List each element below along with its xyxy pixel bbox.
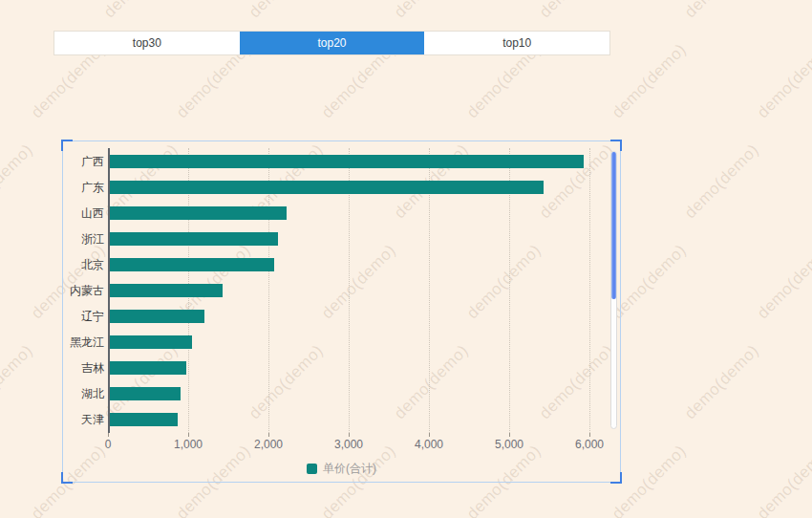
watermark-text: demo(demo) xyxy=(609,40,691,122)
selection-handle-bottom-right[interactable] xyxy=(610,472,622,484)
tab-bar: top30top20top10 xyxy=(53,31,610,55)
x-tick-label: 3,000 xyxy=(318,438,379,451)
watermark-text: demo(demo) xyxy=(681,140,763,223)
bar[interactable] xyxy=(110,258,274,271)
chart-widget[interactable]: 广西广东山西浙江北京内蒙古辽宁黑龙江吉林湖北天津 01,0002,0003,00… xyxy=(62,140,621,483)
watermark-text: demo(demo) xyxy=(536,0,618,22)
watermark-text: demo(demo) xyxy=(0,341,37,423)
category-label: 内蒙古 xyxy=(63,284,104,297)
selection-handle-top-right[interactable] xyxy=(610,140,622,151)
category-label: 广东 xyxy=(63,181,104,194)
watermark-text: demo(demo) xyxy=(100,0,182,22)
x-tick-label: 0 xyxy=(77,438,139,451)
watermark-text: demo(demo) xyxy=(246,0,328,22)
selection-handle-top-left[interactable] xyxy=(61,140,73,151)
category-label: 湖北 xyxy=(63,387,104,400)
category-label: 天津 xyxy=(63,413,104,426)
x-axis-tick xyxy=(429,433,430,437)
bar[interactable] xyxy=(110,310,204,323)
x-axis-tick xyxy=(188,433,189,437)
watermark-text: demo(demo) xyxy=(754,442,812,518)
x-tick-label: 4,000 xyxy=(398,438,459,451)
watermark-text: demo(demo) xyxy=(754,40,812,122)
x-axis-tick xyxy=(108,433,109,437)
x-tick-label: 2,000 xyxy=(238,438,299,451)
bar[interactable] xyxy=(110,155,584,168)
selection-handle-bottom-left[interactable] xyxy=(61,472,73,484)
category-label: 吉林 xyxy=(63,361,104,375)
watermark-text: demo(demo) xyxy=(754,241,812,323)
legend-item[interactable]: 单价(合计) xyxy=(63,461,620,477)
bar[interactable] xyxy=(110,232,278,246)
legend-label: 单价(合计) xyxy=(323,461,376,477)
category-label: 山西 xyxy=(63,206,104,220)
x-axis-tick xyxy=(268,433,269,437)
bar[interactable] xyxy=(110,181,544,194)
category-label: 辽宁 xyxy=(63,310,104,323)
x-axis-tick xyxy=(509,433,510,437)
category-label: 广西 xyxy=(63,155,104,168)
x-tick-label: 6,000 xyxy=(559,438,620,451)
watermark-text: demo(demo) xyxy=(391,0,473,22)
watermark-text: demo(demo) xyxy=(681,341,763,423)
bar[interactable] xyxy=(110,284,223,297)
chart-scrollbar-track[interactable] xyxy=(610,151,617,429)
bar[interactable] xyxy=(110,361,186,375)
x-tick-label: 1,000 xyxy=(158,438,219,451)
x-axis-tick xyxy=(589,433,590,437)
tab-top10[interactable]: top10 xyxy=(424,32,609,54)
bar[interactable] xyxy=(110,206,287,220)
legend-swatch-icon xyxy=(307,464,317,474)
watermark-text: demo(demo) xyxy=(0,140,37,223)
gridline xyxy=(589,148,590,433)
category-label: 北京 xyxy=(63,258,104,271)
tab-top20[interactable]: top20 xyxy=(240,32,425,54)
x-tick-label: 5,000 xyxy=(479,438,540,451)
bar[interactable] xyxy=(110,335,192,349)
bar[interactable] xyxy=(110,413,178,426)
chart-scrollbar-thumb[interactable] xyxy=(611,152,616,299)
category-label: 浙江 xyxy=(63,232,104,246)
category-label: 黑龙江 xyxy=(63,335,104,349)
bar[interactable] xyxy=(110,387,181,400)
tab-top30[interactable]: top30 xyxy=(54,32,240,54)
watermark-text: demo(demo) xyxy=(0,0,37,22)
x-axis-tick xyxy=(349,433,350,437)
watermark-text: demo(demo) xyxy=(681,0,763,22)
